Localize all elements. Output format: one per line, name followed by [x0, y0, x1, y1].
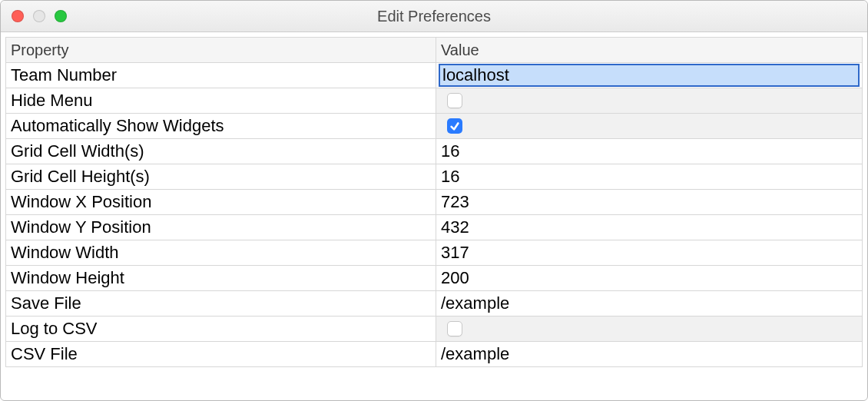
pref-row-grid-cell-width: Grid Cell Width(s) 16: [6, 139, 862, 164]
pref-value-window-height[interactable]: 200: [436, 266, 862, 290]
text-input[interactable]: localhost: [439, 64, 860, 87]
column-header-property[interactable]: Property: [6, 38, 436, 62]
pref-row-window-width: Window Width 317: [6, 240, 862, 266]
pref-value-team-number[interactable]: localhost: [436, 63, 862, 88]
text-value: 723: [441, 192, 857, 212]
pref-label: Log to CSV: [6, 316, 436, 341]
pref-value-log-to-csv[interactable]: [436, 316, 862, 341]
pref-value-window-y[interactable]: 432: [436, 215, 862, 240]
pref-label: Window Width: [6, 240, 436, 265]
pref-label: Window Y Position: [6, 215, 436, 240]
pref-row-window-x: Window X Position 723: [6, 190, 862, 215]
checkmark-icon: [449, 121, 460, 131]
pref-label: Save File: [6, 291, 436, 316]
pref-value-hide-menu[interactable]: [436, 88, 862, 113]
pref-row-csv-file: CSV File /example: [6, 342, 862, 367]
checkbox-auto-show-widgets[interactable]: [447, 118, 462, 134]
content-area: Property Value Team Number localhost Hid…: [1, 32, 867, 400]
pref-row-team-number: Team Number localhost: [6, 63, 862, 88]
text-value: 432: [441, 217, 857, 237]
preferences-table: Property Value Team Number localhost Hid…: [5, 37, 863, 367]
window-title: Edit Preferences: [1, 8, 867, 25]
column-header-value[interactable]: Value: [436, 38, 862, 62]
pref-value-grid-cell-width[interactable]: 16: [436, 139, 862, 164]
pref-label: Team Number: [6, 63, 436, 88]
text-value: /example: [441, 344, 857, 364]
pref-value-csv-file[interactable]: /example: [436, 342, 862, 366]
pref-label: Grid Cell Height(s): [6, 164, 436, 189]
pref-label: Automatically Show Widgets: [6, 114, 436, 138]
pref-value-save-file[interactable]: /example: [436, 291, 862, 316]
preferences-window: Edit Preferences Property Value Team Num…: [0, 0, 868, 401]
pref-row-grid-cell-height: Grid Cell Height(s) 16: [6, 164, 862, 190]
pref-label: Grid Cell Width(s): [6, 139, 436, 164]
text-value: /example: [441, 293, 857, 313]
pref-row-window-height: Window Height 200: [6, 266, 862, 291]
text-value: 200: [441, 268, 857, 288]
pref-label: Hide Menu: [6, 88, 436, 113]
pref-value-auto-show-widgets[interactable]: [436, 114, 862, 138]
pref-value-grid-cell-height[interactable]: 16: [436, 164, 862, 189]
checkbox-log-to-csv[interactable]: [447, 321, 462, 336]
text-value: 16: [441, 141, 857, 161]
text-value: 16: [441, 167, 857, 187]
table-header-row: Property Value: [6, 38, 862, 63]
pref-label: Window X Position: [6, 190, 436, 214]
pref-row-auto-show-widgets: Automatically Show Widgets: [6, 114, 862, 139]
pref-row-log-to-csv: Log to CSV: [6, 316, 862, 342]
text-value: 317: [441, 243, 857, 263]
pref-row-save-file: Save File /example: [6, 291, 862, 316]
pref-label: CSV File: [6, 342, 436, 366]
pref-label: Window Height: [6, 266, 436, 290]
pref-row-window-y: Window Y Position 432: [6, 215, 862, 240]
pref-value-window-x[interactable]: 723: [436, 190, 862, 214]
pref-value-window-width[interactable]: 317: [436, 240, 862, 265]
checkbox-hide-menu[interactable]: [447, 93, 462, 108]
pref-row-hide-menu: Hide Menu: [6, 88, 862, 114]
titlebar[interactable]: Edit Preferences: [1, 1, 867, 32]
